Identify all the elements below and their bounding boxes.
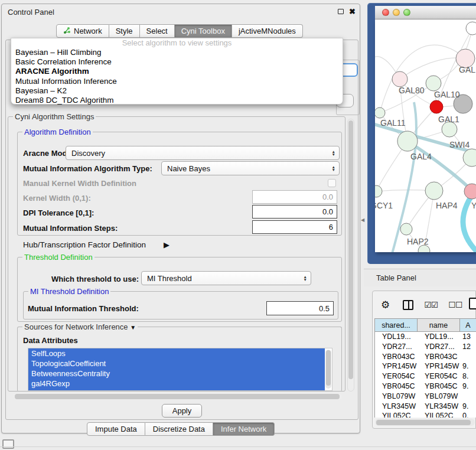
tab-label: Network: [74, 27, 102, 35]
node-label: GAL: [459, 65, 475, 74]
network-canvas[interactable]: GALGAL80GAL10GAL11GAL1SWI4GAL4GCY1HAP4YH…: [375, 19, 476, 252]
group-title: Threshold Definition: [22, 253, 94, 262]
tab-impute-data[interactable]: Impute Data: [87, 422, 145, 436]
mi-steps-field[interactable]: 6: [252, 220, 337, 234]
list-scrollbar[interactable]: [325, 350, 331, 389]
table-row[interactable]: YDR27...YDR27...12: [375, 342, 476, 352]
table-row[interactable]: YDL19...YDL19...13: [375, 332, 476, 342]
dpi-tolerance-value: 0.0: [322, 207, 333, 216]
network-node[interactable]: [375, 107, 385, 118]
close-icon[interactable]: ✖: [349, 7, 356, 16]
network-node[interactable]: [466, 22, 476, 35]
table-cell: YLR345W: [418, 402, 460, 412]
table-row[interactable]: YBR043CYBR043C: [375, 352, 476, 362]
group-title: Sources for Network Inference ▼: [22, 322, 138, 331]
table-cell: YBR045C: [375, 381, 418, 392]
docked-panel-icon[interactable]: [2, 439, 14, 449]
algorithm-option[interactable]: Mutual Information Inference: [11, 77, 343, 86]
mi-steps-label: Mutual Information Steps:: [23, 224, 118, 233]
column-header[interactable]: shared...: [375, 319, 418, 331]
settings-vertical-scrollbar[interactable]: [347, 119, 354, 392]
control-panel-titlebar: Control Panel ✖: [2, 4, 360, 19]
aracne-mode-value: Discovery: [71, 149, 105, 158]
tab-label: Style: [116, 27, 133, 35]
table-cell: [460, 352, 476, 362]
attribute-item[interactable]: BetweennessCentrality: [28, 369, 325, 379]
float-window-icon[interactable]: [338, 9, 344, 14]
control-panel-tabbar: Network Style Select Cyni Toolbox jActiv…: [56, 24, 303, 38]
select-all-checkboxes-icon[interactable]: ☑☑: [424, 300, 438, 309]
table-cell: YDR27...: [375, 342, 418, 352]
network-node[interactable]: [425, 182, 443, 200]
apply-button[interactable]: Apply: [162, 404, 202, 418]
tab-jactivemnodules[interactable]: jActiveMNodules: [232, 24, 303, 38]
zoom-traffic-light-icon[interactable]: [403, 9, 410, 16]
table-row[interactable]: YER054CYER054C8.: [375, 371, 476, 381]
attribute-item[interactable]: [28, 389, 325, 391]
tab-network[interactable]: Network: [56, 24, 109, 38]
attribute-item[interactable]: gal4RGexp: [28, 379, 325, 389]
attribute-item[interactable]: SelfLoops: [28, 348, 325, 358]
algorithm-option[interactable]: Dream8 DC_TDC Algorithm: [11, 96, 343, 105]
algorithm-option[interactable]: Bayesian – K2: [11, 86, 343, 96]
algorithm-dropdown-popup: Select algorithm to view settings Bayesi…: [11, 38, 343, 105]
table-row[interactable]: YPR145WYPR145W9.: [375, 361, 476, 371]
table-cell: YBR043C: [418, 352, 460, 362]
manual-kernel-checkbox[interactable]: [328, 179, 336, 187]
column-header[interactable]: A: [460, 319, 476, 331]
network-node[interactable]: [400, 223, 412, 235]
table-cell: [460, 392, 476, 402]
tab-label: Impute Data: [95, 425, 137, 433]
table-cell: 12: [460, 342, 476, 352]
dpi-tolerance-field[interactable]: 0.0: [252, 205, 337, 219]
table-row[interactable]: YBR045CYBR045C9.: [375, 381, 476, 392]
expanded-arrow-icon[interactable]: ▼: [130, 324, 136, 331]
network-node[interactable]: [392, 71, 407, 87]
document-icon[interactable]: [469, 298, 476, 309]
tab-select[interactable]: Select: [140, 24, 175, 38]
columns-icon[interactable]: [403, 300, 413, 310]
table-row[interactable]: YIL052CYIL052C0.: [375, 411, 476, 418]
node-attribute-table[interactable]: shared...nameA YDL19...YDL19...13YDR27..…: [374, 318, 476, 418]
aracne-mode-combo[interactable]: Discovery ▲▼: [66, 146, 340, 160]
table-row[interactable]: YLR345WYLR345W9.: [375, 402, 476, 412]
tab-style[interactable]: Style: [109, 24, 140, 38]
close-traffic-light-icon[interactable]: [382, 9, 389, 16]
control-panel: Control Panel ✖ Network Style Select C: [1, 4, 360, 433]
tab-discretize-data[interactable]: Discretize Data: [145, 422, 213, 436]
network-node[interactable]: [397, 131, 418, 151]
data-attributes-list[interactable]: SelfLoopsTopologicalCoefficientBetweenne…: [28, 348, 332, 391]
algorithm-option[interactable]: ARACNE Algorithm: [11, 67, 343, 76]
collapsed-arrow-icon[interactable]: ▶: [164, 240, 169, 249]
kernel-width-field[interactable]: 0.0: [252, 190, 337, 204]
mi-threshold-field[interactable]: 0.5: [266, 301, 334, 315]
network-node[interactable]: [426, 76, 441, 91]
node-label: GAL1: [438, 115, 459, 124]
group-title: MI Threshold Definition: [28, 287, 110, 296]
tab-cyni-toolbox[interactable]: Cyni Toolbox: [175, 24, 232, 38]
mi-type-label: Mutual Information Algorithm Type:: [23, 164, 152, 173]
network-node[interactable]: [430, 100, 443, 113]
bottom-tabbar: Impute Data Discretize Data Infer Networ…: [87, 422, 275, 436]
attribute-item[interactable]: TopologicalCoefficient: [28, 358, 325, 369]
settings-horizontal-scrollbar[interactable]: [14, 393, 342, 400]
deselect-all-checkboxes-icon[interactable]: ☐☐: [448, 300, 462, 309]
algorithm-option[interactable]: Basic Correlation Inference: [11, 57, 343, 67]
tab-infer-network[interactable]: Infer Network: [213, 422, 275, 436]
gear-icon[interactable]: ⚙: [381, 299, 390, 311]
column-header[interactable]: name: [418, 319, 460, 331]
network-window-titlebar[interactable]: [375, 6, 476, 19]
minimize-traffic-light-icon[interactable]: [393, 9, 400, 16]
tab-label: jActiveMNodules: [239, 27, 296, 35]
network-node[interactable]: [375, 185, 382, 197]
data-attributes-label: Data Attributes: [23, 336, 78, 345]
table-panel-title: Table Panel: [376, 273, 416, 282]
table-row[interactable]: YBL079WYBL079W: [375, 392, 476, 402]
hub-section-label[interactable]: Hub/Transcription Factor Definition: [23, 240, 146, 249]
algorithm-option[interactable]: Bayesian – Hill Climbing: [11, 48, 343, 57]
mi-type-combo[interactable]: Naive Bayes ▲▼: [161, 161, 340, 175]
which-threshold-combo[interactable]: MI Threshold ▲▼: [141, 271, 311, 285]
table-horizontal-scrollbar[interactable]: [375, 419, 475, 426]
table-panel-titlebar: Table Panel: [364, 269, 476, 286]
panel-divider-handle[interactable]: ◀: [361, 217, 364, 223]
